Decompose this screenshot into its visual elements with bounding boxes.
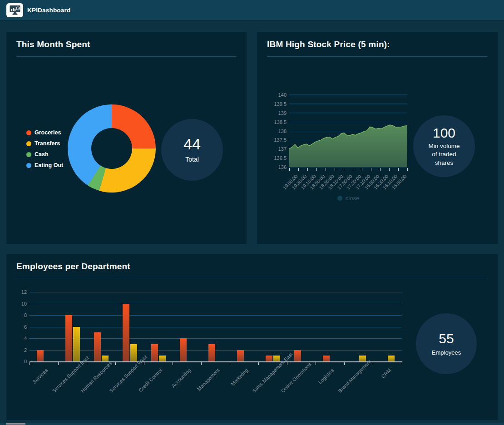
category-label: Services Support West xyxy=(108,367,134,394)
x-axis-tick xyxy=(353,168,353,171)
category-label: Logistics xyxy=(309,367,335,394)
employees-card-title: Employees per Department xyxy=(16,262,130,272)
stock-legend-item-close[interactable]: close xyxy=(316,195,380,202)
divider xyxy=(267,56,488,57)
x-axis-tick xyxy=(402,362,402,365)
bar-orange-8[interactable] xyxy=(266,356,272,361)
x-axis-tick xyxy=(287,362,287,365)
x-axis-tick xyxy=(144,362,144,365)
donut-legend: GroceriesTransfersCashEating Out xyxy=(26,129,63,173)
x-axis-tick xyxy=(289,168,290,171)
x-axis-tick xyxy=(173,362,173,365)
x-axis-tick xyxy=(407,168,408,171)
bar-orange-6[interactable] xyxy=(208,344,215,361)
category-label: Sales Management East xyxy=(252,367,278,394)
legend-item-eating-out[interactable]: Eating Out xyxy=(26,162,63,168)
category-label: Services xyxy=(22,367,49,394)
y-axis-label: 139.5 xyxy=(266,101,287,107)
employees-kpi-circle: 55 Employees xyxy=(416,313,477,374)
donut-chart[interactable] xyxy=(68,104,156,193)
employees-kpi-caption: Employees xyxy=(432,349,461,357)
total-kpi-value: 44 xyxy=(183,136,201,153)
legend-item-cash[interactable]: Cash xyxy=(26,151,63,158)
legend-label: Transfers xyxy=(35,140,60,147)
y-axis-label: 6 xyxy=(6,324,27,330)
employees-kpi-value: 55 xyxy=(439,331,454,346)
y-axis-label: 8 xyxy=(6,312,27,318)
legend-item-transfers[interactable]: Transfers xyxy=(26,140,63,147)
y-axis-label: 136.5 xyxy=(266,155,287,161)
category-label: Human Resources xyxy=(79,367,106,394)
kpi-dashboard-logo[interactable] xyxy=(6,3,23,17)
bar-orange-2[interactable] xyxy=(94,332,101,361)
bottom-strip xyxy=(0,423,504,425)
legend-label: Eating Out xyxy=(35,162,63,168)
bar-yellow-12[interactable] xyxy=(388,356,395,361)
bar-yellow-3[interactable] xyxy=(130,344,137,361)
x-axis-tick xyxy=(258,362,259,365)
y-axis-label: 0 xyxy=(6,359,27,364)
bar-orange-0[interactable] xyxy=(37,350,44,362)
y-axis-label: 2 xyxy=(6,347,27,353)
category-label: Marketing xyxy=(223,367,249,394)
stock-card: IBM High Stock Price (5 min): 140139.513… xyxy=(257,32,498,244)
x-axis-tick xyxy=(316,168,317,171)
bar-orange-5[interactable] xyxy=(180,338,187,361)
legend-swatch xyxy=(337,196,342,201)
y-axis-label: 137 xyxy=(266,146,287,152)
y-axis-label: 137.5 xyxy=(266,137,287,143)
legend-label: close xyxy=(346,195,359,202)
bar-orange-10[interactable] xyxy=(323,356,330,361)
legend-item-groceries[interactable]: Groceries xyxy=(26,129,63,136)
category-label: Brand Management xyxy=(337,367,364,394)
horizontal-scrollbar-thumb[interactable] xyxy=(6,423,25,425)
total-kpi-circle: 44 Total xyxy=(161,119,223,181)
bar-orange-3[interactable] xyxy=(123,304,129,362)
legend-label: Cash xyxy=(35,151,49,158)
navbar: KPIDashboard xyxy=(0,0,504,21)
stock-area-chart[interactable]: 140139.5139138.5138137.5137136.513619:50… xyxy=(289,95,407,167)
x-axis-tick xyxy=(344,362,345,365)
x-axis-tick xyxy=(389,168,390,171)
legend-swatch xyxy=(26,130,31,135)
x-axis-tick xyxy=(307,168,308,171)
category-label: Credit Control xyxy=(137,367,163,394)
x-axis-tick xyxy=(362,168,362,171)
y-axis-label: 138 xyxy=(266,128,287,134)
bar-orange-1[interactable] xyxy=(65,315,72,361)
category-label: Online Operations xyxy=(280,367,306,394)
legend-swatch xyxy=(26,141,31,146)
y-axis-label: 138.5 xyxy=(266,119,287,125)
bar-yellow-8[interactable] xyxy=(273,356,280,361)
bar-orange-9[interactable] xyxy=(294,350,301,362)
legend-label: Groceries xyxy=(35,129,61,136)
legend-swatch xyxy=(26,152,31,157)
bar-orange-4[interactable] xyxy=(151,344,158,361)
volume-kpi-value: 100 xyxy=(433,125,455,140)
x-axis-tick xyxy=(30,362,30,365)
spending-card-title: This Month Spent xyxy=(16,40,90,49)
bar-yellow-11[interactable] xyxy=(359,356,366,361)
x-axis-tick xyxy=(380,168,380,171)
x-axis-tick xyxy=(373,362,373,365)
x-axis-tick xyxy=(201,362,202,365)
y-axis-label: 136 xyxy=(266,164,287,170)
bar-yellow-4[interactable] xyxy=(159,356,166,361)
gridline xyxy=(30,338,402,339)
volume-kpi-caption-line2: of traded xyxy=(428,150,460,158)
gridline xyxy=(30,292,402,292)
x-axis-tick xyxy=(335,168,335,171)
total-kpi-caption: Total xyxy=(185,155,199,164)
employees-bar-chart[interactable]: 121086420ServicesServices Support EastHu… xyxy=(30,292,402,361)
y-axis-label: 12 xyxy=(6,289,27,295)
divider xyxy=(16,56,237,57)
x-axis-tick xyxy=(230,362,230,365)
bar-yellow-1[interactable] xyxy=(73,327,80,362)
gridline xyxy=(30,304,402,304)
x-axis-tick xyxy=(344,168,344,171)
x-axis-tick xyxy=(326,168,326,171)
app-title: KPIDashboard xyxy=(27,7,70,14)
bar-yellow-2[interactable] xyxy=(102,356,109,361)
category-label: Accounting xyxy=(165,367,192,394)
bar-orange-7[interactable] xyxy=(237,350,244,362)
